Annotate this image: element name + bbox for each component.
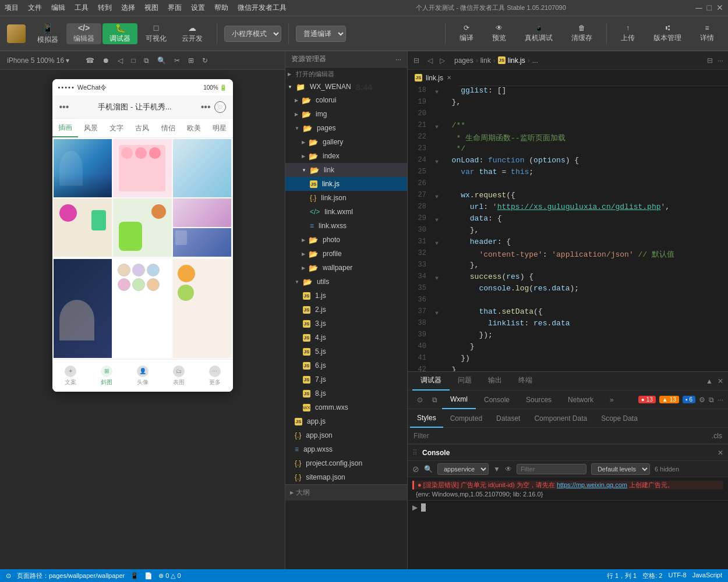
file-6js[interactable]: JS 6.js (285, 359, 407, 372)
menu-item-help[interactable]: 帮助 (214, 3, 228, 13)
gallery-item-6a[interactable] (173, 198, 232, 227)
cut-icon[interactable]: ✂ (174, 56, 180, 65)
console-source-icon[interactable]: ▼ (493, 465, 500, 473)
phone-tab-text[interactable]: 文字 (104, 119, 129, 137)
devtools-tab-problems[interactable]: 问题 (450, 372, 480, 391)
compile-button[interactable]: ⟳ 编译 (453, 23, 480, 44)
console-filter-input[interactable] (517, 464, 586, 474)
file-project-config[interactable]: {.} project.config.json (285, 456, 407, 470)
detail-button[interactable]: ≡ 详情 (693, 23, 721, 44)
folder-colorui[interactable]: ▶ 📂 colorui (285, 93, 407, 107)
menu-item-edit[interactable]: 编辑 (51, 3, 65, 13)
filter-cls-btn[interactable]: .cls (712, 432, 722, 440)
folder-img[interactable]: ▶ 📂 img (285, 107, 407, 121)
file-link-json[interactable]: {.} link.json (285, 191, 407, 205)
menu-item-wechat[interactable]: 微信开发者工具 (238, 3, 287, 13)
code-editor[interactable]: 18 ▼ gglist: [] 19 }, 20 21 ▼ /** (408, 86, 728, 371)
menu-item-view[interactable]: 视图 (144, 3, 158, 13)
visual-button[interactable]: □ 可视化 (139, 23, 174, 44)
upload-button[interactable]: ↑ 上传 (614, 23, 642, 44)
console-levels-select[interactable]: Default levels (591, 463, 650, 475)
file-tab-link-js[interactable]: JS link.js ✕ (408, 70, 458, 86)
folder-photo[interactable]: ▶ 📂 photo (285, 233, 407, 247)
inspector-settings-icon[interactable]: ⚙ (699, 396, 705, 404)
menu-item-select[interactable]: 选择 (121, 3, 135, 13)
devtools-close-icon[interactable]: ✕ (718, 377, 723, 385)
menu-item-interface[interactable]: 界面 (168, 3, 182, 13)
inspector-more-icon[interactable]: ··· (718, 396, 723, 404)
console-source-select[interactable]: appservice (437, 463, 489, 475)
styles-tab-component[interactable]: Component Data (527, 409, 594, 428)
inspector-tab-icon[interactable]: ⊙ (412, 391, 427, 409)
devtools-tab-terminal[interactable]: 终端 (510, 372, 540, 391)
expand-icon[interactable]: ⊟ (410, 56, 423, 65)
status-line-col[interactable]: 行 1，列 1 (607, 572, 637, 580)
phone-tab-ancient[interactable]: 古风 (129, 119, 155, 137)
folder-pages[interactable]: ▼ 📂 pages (285, 121, 407, 135)
menu-item-project[interactable]: 项目 (5, 3, 19, 13)
status-spaces[interactable]: 空格: 2 (642, 572, 662, 580)
split-icon[interactable]: ⊟ (707, 56, 713, 65)
console-filter-icon[interactable]: 🔍 (424, 465, 433, 473)
file-7js[interactable]: JS 7.js (285, 372, 407, 386)
version-button[interactable]: ⑆ 版本管理 (646, 23, 688, 44)
file-1js[interactable]: JS 1.js (285, 289, 407, 303)
cloud-button[interactable]: ☁ 云开发 (175, 23, 210, 44)
bottom-nav-more[interactable]: ··· 更多 (197, 365, 233, 386)
more-icon[interactable]: ··· (718, 56, 723, 65)
status-language[interactable]: JavaScript (692, 572, 722, 580)
opened-editors-section[interactable]: ▶ 打开的编辑器 (285, 68, 407, 80)
devtools-tab-debugger[interactable]: 调试器 (412, 372, 450, 391)
record-icon[interactable]: ⏺ (103, 56, 109, 65)
inspector-tab-wxml[interactable]: Wxml (442, 391, 476, 409)
gallery-item-6b[interactable] (173, 228, 232, 257)
gallery-item-8[interactable] (113, 259, 172, 358)
debugger-button[interactable]: 🐛 调试器 (103, 23, 137, 44)
inspector-tab-network[interactable]: Network (560, 391, 602, 409)
phone-tab-star[interactable]: 明星 (207, 119, 232, 137)
filter-input[interactable] (414, 432, 712, 440)
root-folder[interactable]: ▼ 📁 WX_WENAN (285, 80, 407, 93)
folder-gallery[interactable]: ▶ 📂 gallery (285, 135, 407, 149)
folder-wallpaper[interactable]: ▶ 📂 wallpaper (285, 261, 407, 275)
close-button[interactable]: ✕ (716, 3, 723, 13)
phone-tab-western[interactable]: 欧美 (181, 119, 207, 137)
file-link-js[interactable]: JS link.js (285, 177, 407, 191)
phone-tab-illustration[interactable]: 插画 (52, 119, 78, 137)
gallery-item-3[interactable] (173, 139, 232, 197)
bottom-nav-avatar[interactable]: 👤 头像 (125, 365, 161, 386)
search-icon[interactable]: 🔍 (157, 56, 166, 65)
inspector-tab-more[interactable]: » (602, 391, 622, 409)
file-5js[interactable]: JS 5.js (285, 345, 407, 359)
inspector-tab-toggle[interactable]: ⧉ (427, 391, 442, 409)
status-encoding[interactable]: UTF-8 (668, 572, 686, 580)
file-link-wxml[interactable]: </> link.wxml (285, 205, 407, 219)
inspector-tab-sources[interactable]: Sources (518, 391, 560, 409)
outline-section[interactable]: ▶ 大纲 (285, 484, 407, 501)
folder-utils[interactable]: ▼ 📂 utils (285, 275, 407, 289)
file-sitemap[interactable]: {.} sitemap.json (285, 470, 407, 484)
devtools-expand-icon[interactable]: ▲ (706, 377, 713, 385)
file-tab-close[interactable]: ✕ (447, 74, 451, 81)
simulator-button[interactable]: 📱 模拟器 (30, 23, 65, 44)
refresh-icon[interactable]: ↻ (202, 56, 208, 65)
back-icon[interactable]: ◁ (118, 56, 123, 65)
real-debug-button[interactable]: 📱 真机调试 (518, 23, 560, 44)
devtools-tab-output[interactable]: 输出 (480, 372, 510, 391)
bottom-nav-table[interactable]: 🗂 表图 (161, 365, 197, 386)
breadcrumb-pages[interactable]: pages (454, 56, 473, 65)
editor-button[interactable]: </> 编辑器 (66, 23, 101, 44)
phone-icon[interactable]: ☎ (86, 56, 94, 65)
bottom-nav-photo[interactable]: ⊞ 斜图 (89, 365, 125, 386)
file-2js[interactable]: JS 2.js (285, 303, 407, 317)
inspector-dock-icon[interactable]: ⧉ (709, 396, 714, 404)
window-icon[interactable]: □ (131, 56, 135, 65)
inspector-tab-console[interactable]: Console (476, 391, 518, 409)
resource-more-btn[interactable]: ··· (395, 55, 401, 63)
gallery-item-5[interactable] (113, 198, 172, 257)
grid-icon[interactable]: ⊞ (188, 56, 194, 65)
gallery-item-2[interactable] (113, 139, 172, 197)
console-clear-icon[interactable]: ⊘ (412, 464, 419, 474)
preview-button[interactable]: 👁 预览 (485, 23, 513, 44)
folder-link[interactable]: ▼ 📂 link (285, 163, 407, 177)
